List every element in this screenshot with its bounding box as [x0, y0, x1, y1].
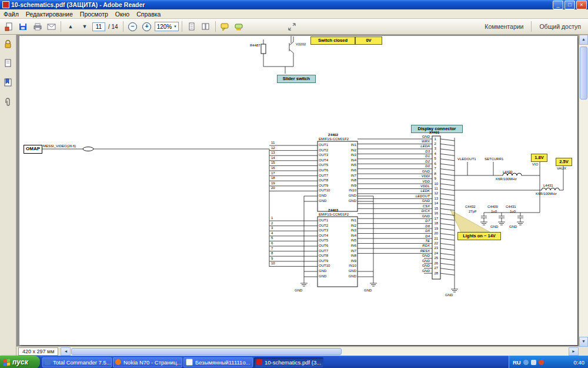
task-browser-nokia[interactable]: Nokia N70 - Страниц...	[113, 357, 182, 367]
ic-pin-label: IN10	[339, 188, 356, 193]
c4431-value-label: 1u0	[510, 210, 516, 214]
ic-pin-label: OUT10	[319, 264, 330, 268]
connector-pin-number: 2	[435, 142, 436, 146]
c4431-ref-label: C4431	[506, 205, 516, 209]
l4431-value-label: K6R/100MHz	[536, 192, 557, 196]
ic-pin-number: 10	[271, 261, 275, 266]
gnd-label: GND	[509, 225, 517, 229]
connector-pin-number: 6	[435, 162, 436, 166]
vertical-scrollbar[interactable]: ▲ ▼	[579, 35, 588, 347]
connector-pin-number: 24	[435, 251, 439, 256]
ic-pin-label: GND	[319, 269, 326, 273]
security-lock-icon[interactable]	[4, 39, 12, 51]
ic-pin-number: 19	[271, 181, 275, 185]
zoom-in-icon[interactable]: +	[141, 21, 153, 32]
print-icon[interactable]	[31, 21, 44, 32]
connector-pin-name: GND	[396, 254, 430, 258]
wire	[440, 258, 455, 260]
menu-help[interactable]: Справка	[133, 11, 164, 18]
task-adobe-reader[interactable]: 10-schematics.pdf (3...	[254, 357, 323, 367]
scrolling-mode-icon[interactable]	[185, 21, 198, 32]
bookmarks-panel-icon[interactable]	[4, 78, 12, 89]
wire	[440, 149, 455, 151]
volume-icon[interactable]	[531, 360, 536, 365]
scroll-down-icon[interactable]: ▼	[579, 337, 588, 347]
ic-pin-label: OUT5	[319, 163, 328, 167]
horizontal-scroll-thumb[interactable]	[71, 348, 341, 355]
connector-pin-name: WRX	[396, 140, 430, 144]
ic-pin-label: IN7	[339, 249, 356, 253]
previous-page-icon[interactable]: ▲	[64, 21, 77, 32]
close-button[interactable]: ×	[576, 1, 587, 9]
connector-pin-number: 10	[435, 182, 439, 186]
resistor-ref-label: R4487	[250, 44, 260, 48]
connector-pin-number: 26	[435, 261, 439, 266]
menu-edit[interactable]: Редактирование	[22, 11, 76, 18]
create-pdf-icon[interactable]	[2, 21, 15, 32]
ic-pin-label: OUT9	[319, 184, 328, 188]
scroll-up-icon[interactable]: ▲	[579, 35, 588, 45]
save-icon[interactable]	[16, 21, 29, 32]
task-total-commander[interactable]: Total Commander 7.5...	[42, 357, 112, 367]
system-tray: RU 0:40	[509, 356, 588, 368]
highlight-icon[interactable]	[233, 21, 246, 32]
wire	[440, 248, 455, 250]
notepad-icon	[186, 359, 193, 366]
attachments-panel-icon[interactable]	[4, 98, 12, 109]
ic-pin-number: 18	[271, 176, 275, 180]
task-notepad[interactable]: Безымянный11111о...	[183, 357, 253, 367]
ic-pin-label: GND	[319, 199, 326, 203]
connector-ref-label: X4401	[429, 131, 439, 135]
connector-pin-name: D6	[396, 224, 430, 228]
ic-pin-number: 17	[271, 171, 275, 175]
maximize-button[interactable]: □	[564, 1, 575, 9]
start-button[interactable]: пуск	[0, 356, 40, 368]
wire	[440, 179, 455, 181]
page-number-input[interactable]	[92, 22, 105, 31]
document-status-strip: 420 x 297 мм ◄ ►	[16, 346, 579, 356]
menu-window[interactable]: Окно	[112, 11, 133, 18]
connector-pin-name: GND	[396, 264, 430, 268]
antivirus-icon[interactable]	[539, 360, 544, 365]
ic-pin-label: OUT7	[319, 174, 328, 178]
fullscreen-icon[interactable]	[286, 21, 299, 32]
fit-page-icon[interactable]	[199, 21, 212, 32]
share-button[interactable]: Общий доступ	[534, 23, 586, 30]
scroll-right-icon[interactable]: ►	[569, 347, 579, 356]
pages-panel-icon[interactable]	[4, 59, 12, 70]
ic-pin-label: OUT1	[319, 218, 328, 223]
connector-pin-number: 12	[435, 191, 439, 195]
connector-pin-number: 13	[435, 197, 439, 201]
zoom-out-icon[interactable]: −	[126, 21, 139, 32]
connector-pin-name: RESX	[396, 249, 430, 253]
c4432-value-label: 27pF	[469, 210, 477, 214]
zoom-level-select[interactable]: 120% ▾	[155, 22, 179, 31]
email-icon[interactable]	[45, 21, 58, 32]
menubar: Файл Редактирование Просмотр Окно Справк…	[0, 9, 588, 19]
comments-button[interactable]: Комментарии	[480, 23, 528, 30]
ic-pin-label: GND	[319, 274, 326, 279]
switch-closed-label: Switch closed	[310, 37, 355, 45]
connector-pin-number: 11	[435, 187, 438, 191]
menu-view[interactable]: Просмотр	[76, 11, 112, 18]
next-page-icon[interactable]: ▼	[78, 21, 91, 32]
scroll-left-icon[interactable]: ◄	[61, 347, 71, 356]
gnd-label: GND	[490, 225, 498, 229]
network-icon[interactable]	[523, 360, 529, 365]
vertical-scroll-thumb[interactable]	[580, 47, 587, 100]
connector-pin-name: CSX	[396, 204, 430, 208]
ic-pin-number: 7	[271, 247, 273, 251]
ic-pin-label: IN3	[339, 228, 356, 233]
language-indicator[interactable]: RU	[513, 359, 521, 366]
vaux-net-label: VAUX	[557, 167, 566, 171]
connector-pin-name: D0	[396, 164, 430, 168]
sticky-note-icon[interactable]	[219, 21, 232, 32]
taskbar: пуск Total Commander 7.5... Nokia N70 - …	[0, 356, 588, 368]
scrollbar-corner	[579, 347, 588, 356]
connector-pin-name: LEDA	[396, 144, 430, 148]
connector-pin-number: 5	[435, 157, 436, 161]
minimize-button[interactable]: _	[553, 1, 563, 9]
horizontal-scrollbar[interactable]: ◄ ►	[61, 347, 579, 356]
menu-file[interactable]: Файл	[0, 11, 22, 18]
ic-pin-number: 16	[271, 166, 275, 170]
